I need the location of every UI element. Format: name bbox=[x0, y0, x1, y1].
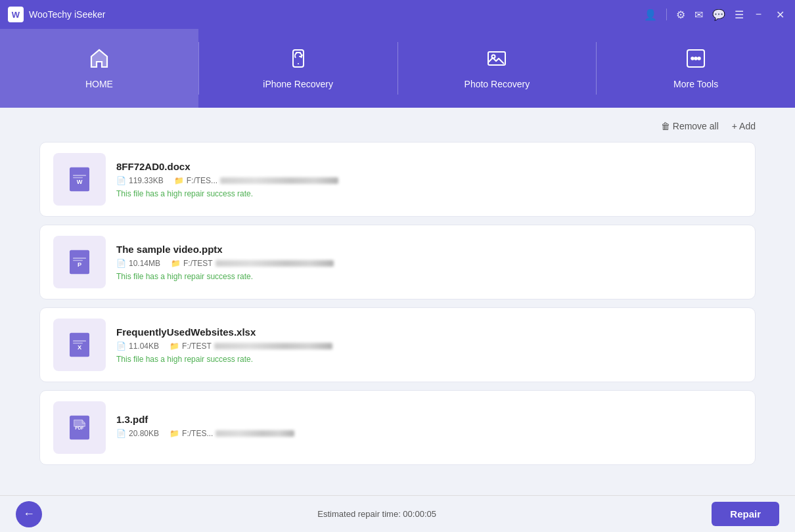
image-icon bbox=[486, 48, 507, 74]
svg-rect-18 bbox=[73, 343, 83, 344]
file-card-4: PDF 1.3.pdf 📄 20.80KB 📁 F:/TES... bbox=[39, 390, 756, 465]
file-size-icon-4: 📄 bbox=[116, 429, 126, 438]
estimate-text: Estimated repair time: 00:00:05 bbox=[317, 509, 436, 519]
file-card-1: W 8FF72AD0.docx 📄 119.33KB 📁 F:/TES... bbox=[39, 142, 756, 217]
file-size-2: 📄 10.14MB bbox=[116, 259, 160, 268]
file-size-icon-1: 📄 bbox=[116, 176, 126, 185]
title-bar-left: W WooTechy iSeeker bbox=[8, 7, 105, 22]
separator bbox=[666, 9, 667, 20]
svg-rect-13 bbox=[73, 257, 86, 259]
title-bar-right: 👤 ⚙ ✉ 💬 ☰ − ✕ bbox=[644, 7, 787, 22]
nav-more-label: More Tools bbox=[673, 79, 718, 89]
content-area: 🗑 Remove all + Add W 8FF72AD0.docx bbox=[0, 108, 795, 495]
file-info-2: The sample video.pptx 📄 10.14MB 📁 F:/TES… bbox=[116, 244, 742, 281]
app-title: WooTechy iSeeker bbox=[29, 9, 105, 20]
nav-photo-label: Photo Recovery bbox=[465, 79, 530, 89]
mail-icon[interactable]: ✉ bbox=[694, 9, 703, 21]
file-card-3: X FrequentlyUsedWebsites.xlsx 📄 11.04KB … bbox=[39, 307, 756, 382]
svg-rect-10 bbox=[73, 177, 83, 179]
file-size-icon-3: 📄 bbox=[116, 342, 126, 351]
file-icon-pptx: P bbox=[53, 236, 106, 288]
remove-all-button[interactable]: 🗑 Remove all bbox=[661, 121, 719, 131]
file-info-4: 1.3.pdf 📄 20.80KB 📁 F:/TES... bbox=[116, 414, 742, 442]
file-size-3: 📄 11.04KB bbox=[116, 342, 159, 351]
minimize-button[interactable]: − bbox=[753, 7, 764, 22]
file-icon-pdf: PDF bbox=[53, 401, 106, 454]
svg-rect-17 bbox=[73, 340, 86, 342]
file-list: W 8FF72AD0.docx 📄 119.33KB 📁 F:/TES... bbox=[39, 142, 756, 465]
trash-icon: 🗑 bbox=[661, 121, 670, 131]
more-icon bbox=[685, 48, 706, 74]
file-card-2: P The sample video.pptx 📄 10.14MB 📁 F:/T… bbox=[39, 225, 756, 299]
svg-text:W: W bbox=[77, 179, 83, 185]
svg-rect-9 bbox=[73, 175, 86, 176]
app-logo: W bbox=[8, 7, 24, 22]
file-meta-1: 📄 119.33KB 📁 F:/TES... bbox=[116, 176, 742, 185]
settings-icon[interactable]: ⚙ bbox=[676, 9, 685, 21]
file-name-2: The sample video.pptx bbox=[116, 244, 742, 255]
home-icon bbox=[89, 48, 110, 74]
blurred-path-3 bbox=[214, 343, 332, 349]
file-info-1: 8FF72AD0.docx 📄 119.33KB 📁 F:/TES... Thi… bbox=[116, 161, 742, 198]
svg-point-6 bbox=[698, 57, 700, 60]
person-icon[interactable]: 👤 bbox=[644, 9, 657, 21]
blurred-path-1 bbox=[220, 177, 338, 184]
file-meta-3: 📄 11.04KB 📁 F:/TEST bbox=[116, 342, 742, 351]
folder-icon-2: 📁 bbox=[171, 259, 181, 268]
file-path-3: 📁 F:/TEST bbox=[170, 342, 332, 351]
svg-rect-14 bbox=[73, 260, 83, 261]
file-path-4: 📁 F:/TES... bbox=[170, 429, 294, 438]
nav-iphone-recovery[interactable]: iPhone Recovery bbox=[199, 29, 398, 108]
blurred-path-4 bbox=[216, 430, 294, 437]
close-button[interactable]: ✕ bbox=[773, 7, 787, 22]
toolbar: 🗑 Remove all + Add bbox=[39, 121, 756, 131]
file-meta-4: 📄 20.80KB 📁 F:/TES... bbox=[116, 429, 742, 438]
file-success-2: This file has a high repair success rate… bbox=[116, 272, 742, 281]
blurred-path-2 bbox=[216, 260, 334, 267]
file-size-icon-2: 📄 bbox=[116, 259, 126, 268]
chat-icon[interactable]: 💬 bbox=[712, 9, 725, 21]
file-path-2: 📁 F:/TEST bbox=[171, 259, 334, 268]
folder-icon-1: 📁 bbox=[174, 176, 184, 185]
svg-text:P: P bbox=[78, 261, 81, 268]
folder-icon-4: 📁 bbox=[170, 429, 179, 438]
file-icon-xlsx: X bbox=[53, 319, 106, 371]
nav-bar: HOME iPhone Recovery Photo Recovery bbox=[0, 29, 795, 108]
nav-more-tools[interactable]: More Tools bbox=[597, 29, 795, 108]
file-name-4: 1.3.pdf bbox=[116, 414, 742, 425]
file-size-4: 📄 20.80KB bbox=[116, 429, 159, 438]
svg-point-4 bbox=[691, 57, 694, 60]
nav-home-label: HOME bbox=[85, 79, 113, 89]
svg-point-5 bbox=[694, 57, 697, 60]
file-success-1: This file has a high repair success rate… bbox=[116, 189, 742, 198]
file-name-1: 8FF72AD0.docx bbox=[116, 161, 742, 172]
file-size-1: 📄 119.33KB bbox=[116, 176, 164, 185]
bottom-bar: ← Estimated repair time: 00:00:05 Repair bbox=[0, 495, 795, 532]
file-name-3: FrequentlyUsedWebsites.xlsx bbox=[116, 326, 742, 338]
add-button[interactable]: + Add bbox=[732, 121, 756, 131]
file-path-1: 📁 F:/TES... bbox=[174, 176, 338, 185]
refresh-icon bbox=[288, 48, 309, 74]
nav-photo-recovery[interactable]: Photo Recovery bbox=[398, 29, 597, 108]
file-meta-2: 📄 10.14MB 📁 F:/TEST bbox=[116, 259, 742, 268]
nav-home[interactable]: HOME bbox=[0, 29, 198, 108]
back-button[interactable]: ← bbox=[16, 501, 42, 527]
nav-iphone-label: iPhone Recovery bbox=[263, 79, 333, 89]
menu-icon[interactable]: ☰ bbox=[735, 9, 744, 21]
title-bar: W WooTechy iSeeker 👤 ⚙ ✉ 💬 ☰ − ✕ bbox=[0, 0, 795, 29]
folder-icon-3: 📁 bbox=[170, 342, 179, 351]
file-success-3: This file has a high repair success rate… bbox=[116, 355, 742, 364]
repair-button[interactable]: Repair bbox=[712, 502, 779, 526]
svg-text:X: X bbox=[78, 344, 82, 351]
file-icon-docx: W bbox=[53, 153, 106, 206]
file-info-3: FrequentlyUsedWebsites.xlsx 📄 11.04KB 📁 … bbox=[116, 326, 742, 364]
